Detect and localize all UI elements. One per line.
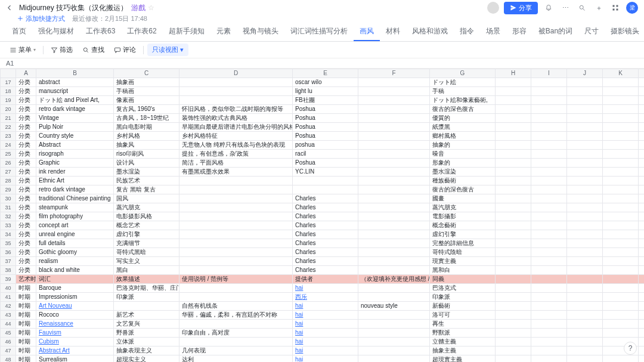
cell[interactable] <box>603 177 639 185</box>
row-number[interactable]: 34 <box>1 230 16 239</box>
cell[interactable] <box>358 96 430 105</box>
cell[interactable] <box>639 87 645 96</box>
cell[interactable] <box>496 230 531 239</box>
cell-link[interactable]: hai <box>295 329 303 336</box>
column-header[interactable]: D <box>179 69 293 78</box>
cell[interactable]: 装饰性强的欧式古典风格 <box>179 114 293 123</box>
cell[interactable] <box>639 141 645 150</box>
column-header[interactable]: F <box>358 69 430 78</box>
sheet-tab[interactable]: 词汇词性描写分析 <box>284 23 354 41</box>
cell[interactable] <box>639 177 645 185</box>
cell[interactable]: 復古的深色復古 <box>430 105 496 114</box>
cell[interactable]: 蒸汽朋克 <box>430 203 496 212</box>
cell[interactable]: nouveau style <box>358 302 430 311</box>
row-number[interactable]: 38 <box>1 266 16 275</box>
cell[interactable]: 时期 <box>16 302 36 311</box>
cell[interactable] <box>603 275 639 284</box>
cell[interactable] <box>531 230 567 239</box>
cell[interactable] <box>496 78 531 87</box>
cell[interactable]: Art Nouveau <box>36 302 114 311</box>
cell[interactable]: 充满细节 <box>114 239 179 248</box>
cell[interactable]: 立体派 <box>114 338 179 346</box>
cell[interactable] <box>567 346 603 355</box>
cell[interactable] <box>179 87 293 96</box>
cell[interactable]: 巴洛克式 <box>430 284 496 293</box>
cell[interactable] <box>639 159 645 168</box>
row-number[interactable]: 42 <box>1 302 16 311</box>
cell[interactable] <box>567 293 603 302</box>
row-number[interactable]: 27 <box>1 168 16 177</box>
cell[interactable]: Impressionism <box>36 293 114 302</box>
cell[interactable] <box>496 293 531 302</box>
cell[interactable] <box>567 221 603 230</box>
row-number[interactable]: 22 <box>1 123 16 132</box>
cell[interactable] <box>531 123 567 132</box>
cell[interactable] <box>603 105 639 114</box>
row-number[interactable]: 37 <box>1 257 16 266</box>
cell[interactable] <box>358 159 430 168</box>
cell[interactable]: Country style <box>36 132 114 141</box>
sheet-tab[interactable]: 形容 <box>506 23 532 41</box>
cell[interactable]: full details <box>36 239 114 248</box>
cell[interactable]: YC.LIN <box>293 168 358 177</box>
cell[interactable] <box>496 338 531 346</box>
cell[interactable]: 几何表现 <box>179 346 293 355</box>
cell[interactable]: 分类 <box>16 177 36 185</box>
cell[interactable]: 提供者 <box>293 275 358 284</box>
cell[interactable] <box>496 346 531 355</box>
cell[interactable]: 乡村风格特征 <box>179 132 293 141</box>
cell[interactable]: realism <box>36 257 114 266</box>
cell-link[interactable]: Art Nouveau <box>39 302 72 309</box>
cell[interactable]: 分类 <box>16 185 36 194</box>
cell[interactable] <box>639 338 645 346</box>
column-header[interactable]: H <box>496 69 531 78</box>
row-number[interactable]: 44 <box>1 320 16 329</box>
cell[interactable]: Poshua <box>293 114 358 123</box>
cell[interactable] <box>567 230 603 239</box>
cell[interactable] <box>603 221 639 230</box>
cell[interactable] <box>603 230 639 239</box>
cell[interactable]: 印象派 <box>430 293 496 302</box>
cell[interactable] <box>358 203 430 212</box>
cell[interactable] <box>603 185 639 194</box>
cell[interactable]: 野獸派 <box>430 329 496 338</box>
cell[interactable]: 黑和白 <box>430 266 496 275</box>
row-number[interactable]: 43 <box>1 311 16 320</box>
cell-link[interactable]: Abstract Art <box>39 347 70 354</box>
cell[interactable]: 手稿 <box>430 87 496 96</box>
cell[interactable]: 巴洛克时期、华丽、庄门、雕刻 <box>114 284 179 293</box>
cell[interactable]: Charles <box>293 266 358 275</box>
cell[interactable] <box>358 150 430 159</box>
cell[interactable]: 时期 <box>16 346 36 355</box>
cell[interactable] <box>179 320 293 329</box>
cell[interactable] <box>531 355 567 363</box>
cell[interactable]: ドット絵和像素藝術, <box>430 96 496 105</box>
cell[interactable]: hai <box>293 284 358 293</box>
row-number[interactable]: 45 <box>1 329 16 338</box>
cell[interactable]: riso印刷风 <box>114 150 179 159</box>
row-number[interactable]: 29 <box>1 185 16 194</box>
cell[interactable]: traditional Chinese painting <box>36 194 114 203</box>
cell[interactable]: hai <box>293 320 358 329</box>
cell[interactable] <box>567 257 603 266</box>
cell[interactable] <box>567 320 603 329</box>
row-number[interactable]: 28 <box>1 177 16 185</box>
cell[interactable] <box>531 221 567 230</box>
help-button[interactable]: ? <box>624 342 637 355</box>
cell[interactable] <box>358 87 430 96</box>
cell[interactable] <box>179 230 293 239</box>
row-number[interactable]: 46 <box>1 338 16 346</box>
row-number[interactable]: 39 <box>1 275 16 284</box>
column-header[interactable] <box>1 69 16 78</box>
row-number[interactable]: 25 <box>1 150 16 159</box>
cell[interactable] <box>358 248 430 257</box>
cell[interactable] <box>358 338 430 346</box>
cell[interactable]: 概念藝術 <box>430 221 496 230</box>
cell[interactable]: 无意物人物 纯粹只有线条与色块的表现 <box>179 141 293 150</box>
cell[interactable]: 印象自由，高对度 <box>179 329 293 338</box>
cell[interactable] <box>639 185 645 194</box>
cell[interactable]: Poshua <box>293 105 358 114</box>
cell[interactable]: 分类 <box>16 150 36 159</box>
cell[interactable] <box>603 239 639 248</box>
cell[interactable] <box>531 177 567 185</box>
